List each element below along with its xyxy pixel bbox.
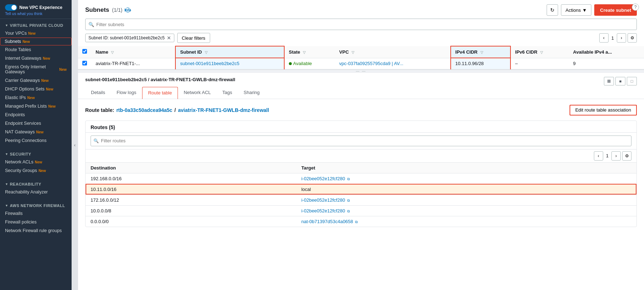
col-ipv6-cidr: IPv6 CIDR ▽ <box>510 46 569 58</box>
sidebar-section-title-security: ▼ SECURITY <box>0 151 72 158</box>
routes-search-input[interactable] <box>91 136 631 146</box>
create-subnet-button[interactable]: Create subnet <box>594 4 637 16</box>
subnets-table: Name ▽ Subnet ID ▽ State ▽ VPC ▽ IPv4 CI… <box>78 46 644 69</box>
section-arrow-icon-vpc: ▼ <box>5 24 8 27</box>
cell-available-ipv4: 9 <box>569 58 644 69</box>
routes-search-bar: 🔍 <box>86 133 636 149</box>
subnets-table-wrap: Name ▽ Subnet ID ▽ State ▽ VPC ▽ IPv4 CI… <box>78 46 644 69</box>
target-link[interactable]: nat-0b71397d53c4a0658 <box>301 219 353 224</box>
actions-button[interactable]: Actions ▼ <box>561 4 592 16</box>
new-vpc-toggle[interactable] <box>5 4 17 11</box>
sidebar-item-label-security-groups: Security Groups <box>5 168 37 173</box>
bottom-panel-header: subnet-001e911beeb2be2c5 / aviatrix-TR-F… <box>78 73 644 99</box>
sidebar-item-managed-prefix[interactable]: Managed Prefix Lists New <box>0 102 72 110</box>
target-link[interactable]: i-02bee052e12fcf280 <box>301 176 345 181</box>
sidebar-item-label-internet-gateways: Internet Gateways <box>5 56 41 61</box>
sidebar-item-firewall-policies[interactable]: Firewall policies <box>0 218 72 226</box>
sidebar-item-your-vpcs[interactable]: Your VPCs New <box>0 29 72 38</box>
sidebar-item-label-nat-gateways: NAT Gateways <box>5 129 35 134</box>
tab-network-acl[interactable]: Network ACL <box>178 87 217 99</box>
cell-target: i-02bee052e12fcf280 ⧉ <box>296 173 636 184</box>
col-name: Name ▽ <box>91 46 175 58</box>
edit-route-table-button[interactable]: Edit route table association <box>570 105 637 115</box>
filter-tag: Subnet ID: subnet-001e911beeb2be2c5 ✕ <box>85 34 174 42</box>
subnet-search-input[interactable] <box>85 19 637 30</box>
sidebar-item-label-elastic-ips: Elastic IPs <box>5 95 26 100</box>
view-icon-full[interactable]: ■ <box>615 77 625 85</box>
view-icon-split[interactable]: ▦ <box>604 77 614 85</box>
section-arrow-icon-security: ▼ <box>5 152 8 156</box>
routes-prev-page[interactable]: ‹ <box>594 151 603 161</box>
sidebar-section-aws-network-firewall: ▼ AWS NETWORK FIREWALLFirewallsFirewall … <box>0 199 72 238</box>
sidebar-subtitle[interactable]: Tell us what you think <box>5 11 67 16</box>
badge-dhcp-options: New <box>46 87 53 91</box>
routes-box: Routes (5) 🔍 ‹ 1 › ⚙ <box>85 121 637 227</box>
col-ipv4-cidr: IPv4 CIDR ▽ <box>451 46 510 58</box>
sidebar-item-endpoint-services[interactable]: Endpoint Services <box>0 119 72 128</box>
cell-destination: 192.168.0.0/16 <box>86 173 296 184</box>
sidebar-item-label-carrier-gateways: Carrier Gateways <box>5 78 40 83</box>
panel-header: Subnets (1/1) Info ↻ Actions ▼ Create su… <box>78 0 644 19</box>
panel-title-text: Subnets <box>85 6 109 14</box>
sidebar-item-firewall-rule-groups[interactable]: Network Firewall rule groups <box>0 226 72 235</box>
row-checkbox[interactable] <box>82 61 87 65</box>
sidebar-section-title-aws-network-firewall: ▼ AWS NETWORK FIREWALL <box>0 202 72 209</box>
sidebar-collapse-arrow[interactable]: ‹ <box>72 0 78 290</box>
tab-details[interactable]: Details <box>85 87 111 99</box>
sidebar-item-dhcp-options[interactable]: DHCP Options Sets New <box>0 85 72 93</box>
sidebar-item-network-acls[interactable]: Network ACLs New <box>0 158 72 166</box>
refresh-button[interactable]: ↻ <box>547 4 558 16</box>
target-link[interactable]: i-02bee052e12fcf280 <box>301 208 345 213</box>
sidebar-section-vpc: ▼ VIRTUAL PRIVATE CLOUDYour VPCs NewSubn… <box>0 19 72 148</box>
sidebar-item-elastic-ips[interactable]: Elastic IPs New <box>0 93 72 102</box>
sidebar-item-label-your-vpcs: Your VPCs <box>5 31 27 36</box>
sidebar-item-security-groups[interactable]: Security Groups New <box>0 166 72 175</box>
sidebar-item-subnets[interactable]: Subnets New <box>0 38 72 45</box>
badge-your-vpcs: New <box>28 31 36 35</box>
table-settings-button[interactable]: ⚙ <box>628 33 637 43</box>
sidebar-item-egress-only[interactable]: Egress Only Internet Gateways New <box>0 63 72 76</box>
sidebar-section-reachability: ▼ REACHABILITYReachability Analyzer <box>0 178 72 199</box>
routes-settings-button[interactable]: ⚙ <box>622 151 631 161</box>
sidebar-item-route-tables[interactable]: Route Tables <box>0 45 72 54</box>
sidebar-item-internet-gateways[interactable]: Internet Gateways New <box>0 54 72 63</box>
routes-next-page[interactable]: › <box>611 151 621 161</box>
routes-page-num: 1 <box>605 153 610 158</box>
sidebar-item-label-subnets: Subnets <box>5 39 21 44</box>
routes-title: Routes (5) <box>91 124 115 130</box>
section-arrow-icon-aws-network-firewall: ▼ <box>5 204 8 207</box>
routes-table: Destination Target 192.168.0.0/16 i-02be… <box>86 163 636 227</box>
cell-destination: 10.0.0.0/8 <box>86 205 296 216</box>
subnet-detail-label: subnet-001e911beeb2be2c5 / aviatrix-TR-F… <box>85 77 235 82</box>
sidebar-item-label-firewall-policies: Firewall policies <box>5 220 37 225</box>
tab-tags[interactable]: Tags <box>217 87 238 99</box>
sidebar-item-firewalls[interactable]: Firewalls <box>0 209 72 218</box>
sidebar-item-label-firewalls: Firewalls <box>5 211 23 216</box>
cell-name: aviatrix-TR-FNET1-... <box>91 58 175 69</box>
sidebar-item-peering[interactable]: Peering Connections <box>0 136 72 145</box>
sidebar-item-reachability-analyzer[interactable]: Reachability Analyzer <box>0 188 72 196</box>
tab-sharing[interactable]: Sharing <box>238 87 266 99</box>
filter-remove-icon[interactable]: ✕ <box>167 35 171 41</box>
view-icon-expand[interactable]: □ <box>627 77 637 85</box>
help-icon[interactable]: ? <box>632 4 639 11</box>
info-icon[interactable]: Info <box>125 8 130 13</box>
rtb-id-link[interactable]: rtb-0a33c50adcea94a5c <box>116 107 172 113</box>
clear-filters-button[interactable]: Clear filters <box>177 33 210 43</box>
resize-handle[interactable]: ― ― <box>78 70 644 73</box>
subnet-id-link[interactable]: subnet-001e911beeb2be2c5 <box>180 61 239 66</box>
next-page-button[interactable]: › <box>617 33 626 43</box>
sidebar-item-endpoints[interactable]: Endpoints <box>0 110 72 119</box>
sidebar-section-title-reachability: ▼ REACHABILITY <box>0 181 72 188</box>
target-link[interactable]: i-02bee052e12fcf280 <box>301 197 345 203</box>
prev-page-button[interactable]: ‹ <box>599 33 609 43</box>
tab-flow-logs[interactable]: Flow logs <box>111 87 142 99</box>
sidebar-item-nat-gateways[interactable]: NAT Gateways New <box>0 128 72 136</box>
sidebar-item-carrier-gateways[interactable]: Carrier Gateways New <box>0 76 72 85</box>
badge-subnets: New <box>23 40 30 44</box>
cell-target: i-02bee052e12fcf280 ⧉ <box>296 195 636 205</box>
tab-route-table[interactable]: Route table <box>142 87 178 99</box>
select-all-checkbox[interactable] <box>82 49 87 54</box>
vpc-link[interactable]: vpc-037fa09255795cda9 | AV... <box>339 61 403 66</box>
rtb-name-link[interactable]: aviatrix-TR-FNET1-GWLB-dmz-firewall <box>178 107 269 113</box>
